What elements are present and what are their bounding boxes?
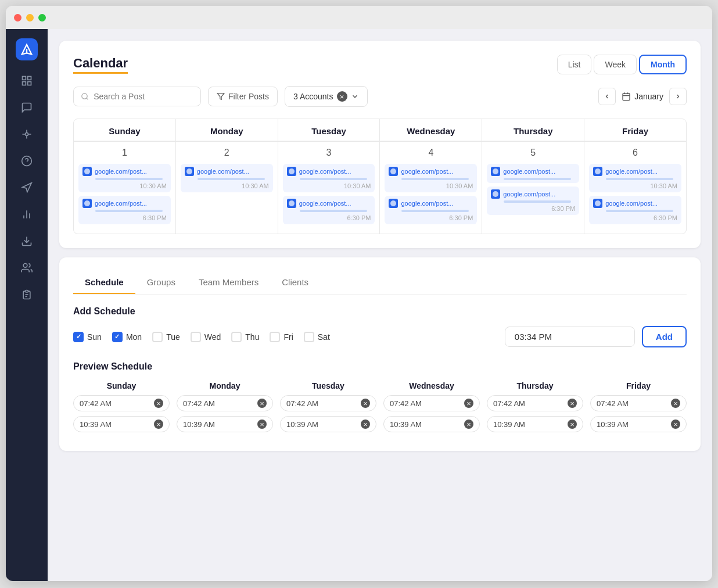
preview-chip[interactable]: 07:42 AM	[383, 395, 480, 411]
prev-month-button[interactable]	[598, 88, 616, 105]
cal-post[interactable]: google.com/post... 10:30 AM	[589, 164, 681, 192]
sidebar-item-messages[interactable]	[16, 96, 38, 119]
view-btn-month[interactable]: Month	[639, 55, 687, 74]
add-schedule-button[interactable]: Add	[642, 326, 687, 347]
preview-chip[interactable]: 10:39 AM	[487, 416, 583, 432]
day-check-thu[interactable]: Thu	[231, 332, 259, 342]
day-check-mon[interactable]: Mon	[112, 332, 142, 342]
preview-chip[interactable]: 10:39 AM	[73, 416, 170, 432]
chip-close-icon[interactable]	[568, 420, 577, 429]
maximize-button[interactable]	[38, 14, 46, 21]
checkbox-wed[interactable]	[191, 332, 201, 342]
chip-close-icon[interactable]	[671, 420, 680, 429]
sidebar-item-downloads[interactable]	[16, 230, 38, 252]
cal-post[interactable]: google.com/post... 6:30 PM	[487, 187, 579, 215]
cal-day-2[interactable]: 2 google.com/post... 10:30 AM	[176, 142, 278, 234]
calendar-card: Calendar List Week Month	[59, 41, 701, 248]
post-url: google.com/post...	[605, 200, 677, 207]
svg-rect-16	[26, 291, 28, 292]
preview-chip[interactable]: 10:39 AM	[590, 416, 687, 432]
cal-post[interactable]: google.com/post... 6:30 PM	[78, 196, 171, 224]
sidebar-item-notes[interactable]	[16, 284, 38, 306]
day-check-wed[interactable]: Wed	[191, 332, 221, 342]
post-url: google.com/post...	[95, 168, 167, 175]
sidebar-item-team[interactable]	[16, 257, 38, 279]
chip-close-icon[interactable]	[671, 399, 680, 408]
close-button[interactable]	[14, 14, 21, 21]
sidebar-item-reports[interactable]	[16, 203, 38, 225]
day-check-sun[interactable]: Sun	[73, 332, 102, 342]
preview-chip[interactable]: 07:42 AM	[590, 395, 687, 411]
chip-close-icon[interactable]	[257, 399, 267, 408]
preview-chip[interactable]: 07:42 AM	[73, 395, 170, 411]
next-month-button[interactable]	[669, 88, 687, 105]
sidebar-item-campaigns[interactable]	[16, 177, 38, 199]
accounts-clear-icon[interactable]: ×	[337, 91, 347, 102]
preview-col-header-tue: Tuesday	[280, 381, 376, 390]
cal-day-1[interactable]: 1 google.com/post... 10:30 AM	[74, 142, 175, 234]
cal-post[interactable]: google.com/post... 10:30 AM	[283, 164, 375, 192]
cal-post[interactable]: google.com/post... 6:30 PM	[385, 196, 477, 224]
chip-close-icon[interactable]	[154, 420, 163, 429]
accounts-button[interactable]: 3 Accounts ×	[285, 86, 368, 107]
checkbox-sun[interactable]	[73, 332, 84, 342]
chip-close-icon[interactable]	[361, 399, 370, 408]
day-check-tue[interactable]: Tue	[152, 332, 180, 342]
checkbox-tue[interactable]	[152, 332, 163, 342]
post-platform-icon	[593, 167, 602, 176]
preview-chip[interactable]: 10:39 AM	[177, 416, 273, 432]
cal-day-4[interactable]: 4 google.com/post... 10:30 AM	[380, 142, 482, 234]
sidebar-item-help[interactable]	[16, 150, 38, 172]
cal-post[interactable]: google.com/post... 6:30 PM	[589, 196, 681, 224]
tab-groups[interactable]: Groups	[135, 271, 187, 294]
checkbox-thu[interactable]	[231, 332, 242, 342]
chip-close-icon[interactable]	[257, 420, 267, 429]
post-time: 10:30 AM	[82, 182, 167, 189]
preview-chip[interactable]: 10:39 AM	[383, 416, 480, 432]
preview-chip[interactable]: 07:42 AM	[280, 395, 376, 411]
view-btn-week[interactable]: Week	[594, 55, 637, 74]
chip-close-icon[interactable]	[464, 420, 473, 429]
day-label-sat: Sat	[318, 332, 330, 342]
post-time: 10:30 AM	[185, 182, 269, 189]
view-btn-list[interactable]: List	[557, 55, 592, 74]
sidebar-item-dashboard[interactable]	[16, 70, 38, 92]
cal-post[interactable]: google.com/post... 10:30 AM	[78, 164, 171, 192]
tab-clients[interactable]: Clients	[270, 271, 320, 294]
chip-close-icon[interactable]	[568, 399, 577, 408]
minimize-button[interactable]	[26, 14, 34, 21]
cal-day-6[interactable]: 6 google.com/post... 10:30 AM	[584, 142, 686, 234]
cal-day-5[interactable]: 5 google.com/post... google.com/pos	[482, 142, 584, 234]
cal-post[interactable]: google.com/post...	[487, 164, 579, 183]
chip-close-icon[interactable]	[154, 399, 163, 408]
preview-chip[interactable]: 10:39 AM	[280, 416, 376, 432]
tab-schedule[interactable]: Schedule	[73, 271, 135, 294]
cal-day-3[interactable]: 3 google.com/post... 10:30 AM	[278, 142, 380, 234]
chip-time: 07:42 AM	[390, 399, 422, 408]
time-input[interactable]	[505, 327, 635, 347]
search-box[interactable]	[73, 87, 201, 106]
sidebar-logo[interactable]	[16, 38, 38, 60]
cal-post[interactable]: google.com/post... 10:30 AM	[181, 164, 273, 192]
calendar-title: Calendar	[73, 56, 128, 74]
chip-close-icon[interactable]	[464, 399, 473, 408]
sidebar-item-analytics[interactable]	[16, 123, 38, 145]
checkbox-sat[interactable]	[304, 332, 314, 342]
checkbox-fri[interactable]	[270, 332, 280, 342]
post-url: google.com/post...	[95, 200, 167, 207]
cal-post[interactable]: google.com/post... 6:30 PM	[283, 196, 375, 224]
search-input[interactable]	[94, 92, 193, 101]
search-icon	[81, 92, 89, 101]
preview-chip[interactable]: 07:42 AM	[177, 395, 273, 411]
tab-team-members[interactable]: Team Members	[187, 271, 270, 294]
day-label-wed: Wed	[204, 332, 221, 342]
chip-close-icon[interactable]	[361, 420, 370, 429]
post-time: 10:30 AM	[389, 182, 473, 189]
filter-posts-button[interactable]: Filter Posts	[208, 87, 278, 106]
day-check-sat[interactable]: Sat	[304, 332, 330, 342]
checkbox-mon[interactable]	[112, 332, 123, 342]
day-check-fri[interactable]: Fri	[270, 332, 293, 342]
preview-chip[interactable]: 07:42 AM	[487, 395, 583, 411]
cal-post[interactable]: google.com/post... 10:30 AM	[385, 164, 477, 192]
chip-time: 10:39 AM	[493, 420, 525, 429]
